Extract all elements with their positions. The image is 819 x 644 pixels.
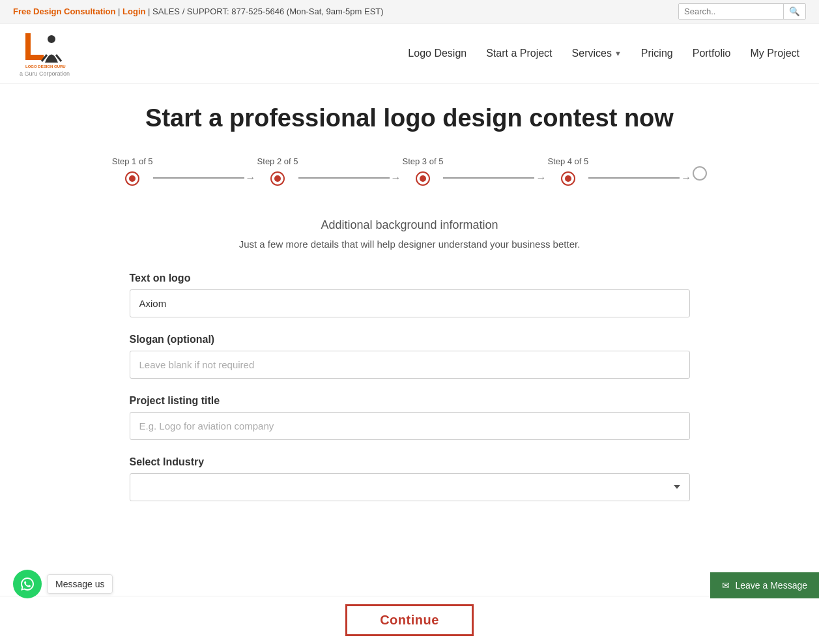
login-link[interactable]: Login <box>122 7 145 16</box>
step-4-label: Step 4 of 5 <box>547 156 588 166</box>
project-title-input[interactable] <box>130 412 690 440</box>
connector-1-2: → <box>153 158 257 184</box>
connector-2-3: → <box>298 158 403 184</box>
industry-select[interactable] <box>130 473 690 501</box>
step-1-label: Step 1 of 5 <box>112 156 153 166</box>
svg-rect-1 <box>25 55 44 60</box>
text-on-logo-label: Text on logo <box>130 272 690 284</box>
svg-point-2 <box>48 35 55 43</box>
connector-3-4: → <box>443 158 547 184</box>
search-input[interactable] <box>679 4 783 19</box>
step-5-circle <box>693 166 707 181</box>
free-consultation-link[interactable]: Free Design Consultation <box>13 7 115 16</box>
svg-text:LOGO DESIGN GURU: LOGO DESIGN GURU <box>25 65 66 68</box>
project-title-label: Project listing title <box>130 395 690 407</box>
nav-pricing[interactable]: Pricing <box>641 48 673 59</box>
industry-label: Select Industry <box>130 456 690 468</box>
connector-4-5: → <box>588 158 693 184</box>
step-2[interactable]: Step 2 of 5 <box>257 156 298 186</box>
step-3[interactable]: Step 3 of 5 <box>403 156 444 186</box>
section-subtitle: Just a few more details that will help d… <box>130 239 690 250</box>
step-4-circle <box>561 171 575 186</box>
nav-logo-design[interactable]: Logo Design <box>408 48 467 59</box>
step-1-circle <box>125 171 139 186</box>
text-on-logo-group: Text on logo <box>130 272 690 317</box>
section-title: Additional background information <box>130 218 690 232</box>
nav-services[interactable]: Services ▼ <box>572 48 622 59</box>
support-text: | SALES / SUPPORT: 877-525-5646 (Mon-Sat… <box>148 7 384 16</box>
slogan-group: Slogan (optional) <box>130 334 690 379</box>
main-content: Start a professional logo design contest… <box>117 84 703 570</box>
step-5[interactable] <box>693 161 707 181</box>
text-on-logo-input[interactable] <box>130 289 690 317</box>
step-1[interactable]: Step 1 of 5 <box>112 156 153 186</box>
project-title-group: Project listing title <box>130 395 690 440</box>
logo-area: LOGO DESIGN GURU a Guru Corporation <box>20 30 70 77</box>
industry-group: Select Industry <box>130 456 690 501</box>
main-nav: Logo Design Start a Project Services ▼ P… <box>408 48 799 59</box>
step-2-circle <box>270 171 285 186</box>
header: LOGO DESIGN GURU a Guru Corporation Logo… <box>0 23 819 84</box>
search-wrapper: 🔍 <box>678 3 806 20</box>
step-2-label: Step 2 of 5 <box>257 156 298 166</box>
step-4[interactable]: Step 4 of 5 <box>547 156 588 186</box>
page-title: Start a professional logo design contest… <box>130 104 690 134</box>
top-bar: Free Design Consultation | Login | SALES… <box>0 0 819 23</box>
nav-my-project[interactable]: My Project <box>750 48 799 59</box>
logo-sub: a Guru Corporation <box>20 70 70 77</box>
step-3-circle <box>416 171 430 186</box>
step-progress: Step 1 of 5 → Step 2 of 5 → Step 3 of 5 <box>130 156 690 186</box>
slogan-label: Slogan (optional) <box>130 334 690 345</box>
top-bar-left: Free Design Consultation | Login | SALES… <box>13 7 384 16</box>
services-dropdown-arrow: ▼ <box>614 50 622 57</box>
step-3-label: Step 3 of 5 <box>403 156 444 166</box>
nav-portfolio[interactable]: Portfolio <box>693 48 731 59</box>
slogan-input[interactable] <box>130 351 690 379</box>
search-button[interactable]: 🔍 <box>783 4 805 19</box>
logo-image: LOGO DESIGN GURU <box>22 30 68 69</box>
nav-start-project[interactable]: Start a Project <box>486 48 552 59</box>
